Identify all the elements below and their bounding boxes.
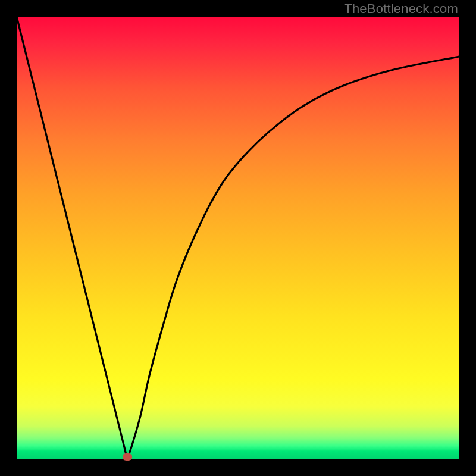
bottleneck-curve-path [17, 17, 459, 459]
curve-svg [17, 17, 459, 459]
optimum-marker [123, 453, 132, 461]
watermark-text: TheBottleneck.com [344, 1, 458, 17]
plot-area [17, 17, 459, 459]
